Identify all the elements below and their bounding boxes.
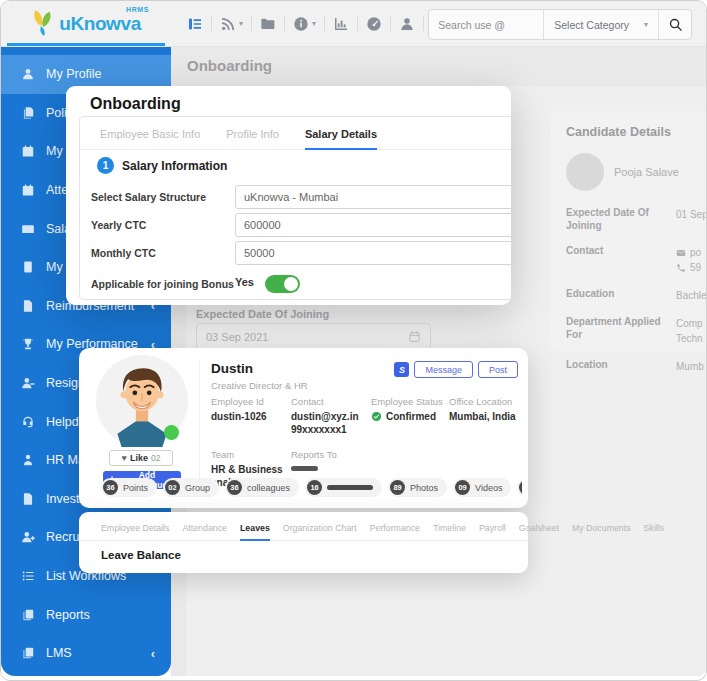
onboarding-modal: Onboarding Employee Basic Info Profile I…	[66, 86, 511, 305]
wallet-icon	[21, 222, 35, 236]
folder-icon[interactable]	[252, 16, 284, 32]
tab-performance[interactable]: Performance	[370, 523, 420, 540]
rss-icon[interactable]: ▾	[212, 16, 251, 32]
phone-icon	[676, 263, 686, 273]
calendar-icon	[21, 144, 35, 158]
category-label: Select Category	[554, 19, 629, 31]
heart-icon: ♥	[122, 454, 127, 463]
stat-photos[interactable]: 89Photos	[388, 478, 447, 497]
candidate-row: Department Applied ForComp Techn	[566, 316, 707, 346]
header-icon-bar: ▾ ▾ ▾	[179, 16, 463, 32]
copy-icon	[21, 608, 35, 622]
search-icon	[668, 17, 683, 32]
joining-bonus-row: Applicable for joining Bonus Yes	[91, 272, 511, 296]
step-title: Salary Information	[122, 159, 227, 173]
monthly-ctc-input[interactable]	[235, 241, 511, 265]
sidebar-item-lms[interactable]: LMS‹	[1, 634, 171, 673]
modal-title: Onboarding	[90, 95, 181, 113]
tab-leaves[interactable]: Leaves	[240, 523, 270, 541]
tab-salary-details[interactable]: Salary Details	[305, 128, 377, 150]
message-button[interactable]: Message	[414, 361, 473, 378]
salary-structure-input[interactable]	[235, 185, 511, 209]
stat-group[interactable]: 02Group	[163, 478, 219, 497]
stat-redacted[interactable]: 16	[305, 478, 382, 497]
search-input[interactable]	[429, 10, 543, 39]
person-minus-icon	[21, 376, 35, 390]
candidate-details-title: Candidate Details	[566, 125, 707, 139]
salary-structure-row: Select Salary Structure	[91, 185, 511, 209]
detail-contact: Contact dustin@xyz.in99xxxxxxx1	[291, 396, 371, 436]
category-select[interactable]: Select Category▾	[544, 10, 658, 39]
tab-attendance[interactable]: Attendance	[182, 523, 227, 540]
field-label: Select Salary Structure	[91, 191, 206, 203]
monthly-ctc-row: Monthly CTC	[91, 241, 511, 265]
candidate-details-panel: Candidate Details Pooja Salave Expected …	[551, 111, 707, 351]
like-button[interactable]: ♥ Like 02	[109, 450, 173, 466]
top-header: uKnowva HRMS ▾ ▾ ▾ Select Category▾	[1, 1, 706, 47]
candidate-row: Contact po 59	[566, 245, 707, 275]
post-button[interactable]: Post	[478, 361, 518, 378]
candidate-row: LocationMumb	[566, 359, 707, 374]
stat-redacted[interactable]: 42	[517, 478, 522, 497]
brand-text: uKnowva	[59, 13, 141, 35]
field-label: Applicable for joining Bonus	[91, 278, 234, 290]
search-button[interactable]	[658, 10, 691, 39]
profile-actions: S Message Post	[394, 361, 518, 378]
expected-date-value: 03 Sep 2021	[206, 331, 268, 343]
employee-role: Creative Director & HR	[211, 380, 308, 391]
yearly-ctc-row: Yearly CTC	[91, 213, 511, 237]
uknowva-logo[interactable]: uKnowva HRMS	[1, 1, 171, 46]
tab-my-documents[interactable]: My Documents	[572, 523, 631, 540]
toggle-value-label: Yes	[235, 276, 254, 288]
list-icon	[21, 569, 35, 583]
leaf-logo-icon	[31, 9, 55, 39]
trophy-icon	[21, 337, 35, 351]
tab-organization-chart[interactable]: Organization Chart	[283, 523, 357, 540]
feed-icon[interactable]	[179, 16, 211, 32]
joining-bonus-toggle[interactable]	[265, 275, 300, 293]
calendar-icon	[408, 330, 421, 343]
stat-points[interactable]: 36Points	[101, 478, 157, 497]
tab-profile-info[interactable]: Profile Info	[226, 128, 279, 149]
like-count: 02	[151, 453, 160, 463]
toggle-knob	[284, 277, 298, 291]
candidate-avatar	[566, 153, 604, 191]
onboarding-tabs: Employee Basic Info Profile Info Salary …	[80, 117, 511, 150]
person-icon[interactable]	[391, 16, 423, 32]
info-icon[interactable]: ▾	[285, 16, 324, 32]
check-circle-icon	[371, 411, 382, 422]
tab-goalsheet[interactable]: Goalsheet	[519, 523, 559, 540]
stat-videos[interactable]: 09Videos	[453, 478, 511, 497]
tab-skills[interactable]: Skills	[644, 523, 665, 540]
copy-icon	[21, 646, 35, 660]
field-label: Yearly CTC	[91, 219, 146, 231]
profile-tabs: Employee Details Attendance Leaves Organ…	[79, 512, 528, 541]
sidebar-item-label: LMS	[46, 646, 72, 660]
calendar-check-icon	[21, 183, 35, 197]
sidebar-item-label: My Profile	[46, 67, 102, 81]
detail-office-location: Office Location Mumbai, India	[449, 396, 522, 436]
headset-icon	[21, 415, 35, 429]
employee-name: Dustin	[211, 361, 253, 376]
tab-employee-basic-info[interactable]: Employee Basic Info	[100, 128, 200, 149]
skype-icon[interactable]: S	[394, 362, 409, 377]
detail-employee-id: Employee Id dustin-1026	[211, 396, 291, 436]
redacted-value	[291, 466, 318, 471]
tab-employee-details[interactable]: Employee Details	[101, 523, 169, 540]
expected-date-input[interactable]: 03 Sep 2021	[196, 323, 431, 350]
sidebar-item-reports[interactable]: Reports	[1, 595, 171, 634]
redacted-value	[327, 485, 373, 490]
yearly-ctc-input[interactable]	[235, 213, 511, 237]
step-number: 1	[97, 157, 114, 174]
global-search: Select Category▾	[428, 9, 692, 40]
stat-colleagues[interactable]: 36colleagues	[225, 478, 299, 497]
caret-down-icon: ▾	[239, 19, 243, 28]
caret-down-icon: ▾	[644, 20, 648, 29]
tab-timeline[interactable]: Timeline	[433, 523, 466, 540]
chart-icon[interactable]	[325, 16, 357, 32]
gauge-icon[interactable]	[358, 16, 390, 32]
file-icon	[21, 492, 35, 506]
divider	[199, 360, 200, 496]
tab-payroll[interactable]: Payroll	[479, 523, 506, 540]
caret-down-icon: ▾	[312, 19, 316, 28]
